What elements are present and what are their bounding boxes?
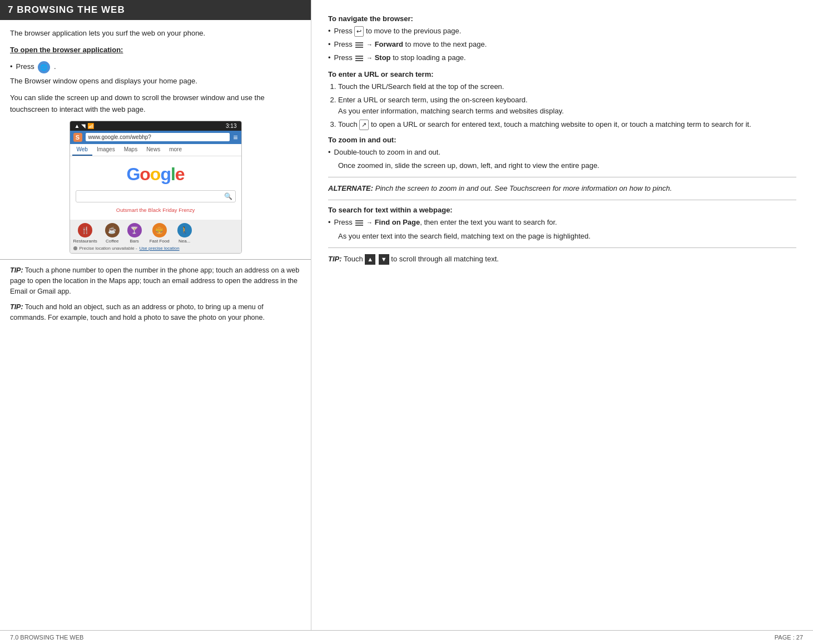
coffee-label: Coffee [106,239,118,244]
url-step-1: Touch the URL/Search field at the top of… [338,81,796,92]
map-icon-fastfood: 🍔 Fast Food [150,223,170,244]
map-icon-bars: 🍸 Bars [127,223,142,244]
use-location-link[interactable]: Use precise location [140,246,180,251]
zoom-indent: Once zoomed in, slide the screen up, dow… [338,160,796,171]
browser-app-icon: 🌐 [38,61,50,73]
phone-maps-icons: 🍴 Restaurants ☕ Coffee [73,223,238,244]
go-icon: ↗ [359,120,369,130]
map-icon-coffee: ☕ Coffee [105,223,120,244]
intro-text-2: The Browser window opens and displays yo… [10,76,301,87]
divider-2 [328,200,796,200]
search-s-icon: S [73,133,82,142]
menu-lines-icon-find [355,220,363,226]
back-arrow-icon: ↩ [354,26,364,37]
phone-menu-icon: ≡ [233,133,237,142]
phone-search-bar: 🔍 [76,190,236,202]
alternate-block: ALTERNATE: Pinch the screen to zoom in a… [328,183,796,194]
fastfood-icon: 🍔 [152,223,167,237]
zoom-bullet: • Double-touch to zoom in and out. [328,147,796,158]
menu-lines-icon-3 [355,56,363,61]
google-logo: Google [126,164,184,185]
phone-google-area: Google 🔍 Outsmart the Black Friday Frenz… [70,156,241,220]
phone-tab-more: more [165,144,186,156]
zoom-heading: To zoom in and out: [328,136,796,144]
intro-text-3: You can slide the screen up and down to … [10,92,301,115]
menu-lines-icon-2 [355,42,363,48]
phone-search-input[interactable] [79,193,224,199]
search-bullet: • Press → Find on Page, then enter the t… [328,217,796,228]
restaurants-label: Restaurants [73,239,97,244]
scroll-up-btn: ▲ [365,254,375,265]
url-steps-list: Touch the URL/Search field at the top of… [338,81,796,130]
phone-promo-text: Outsmart the Black Friday Frenzy [116,207,195,213]
phone-status-bar: ▲ ◥ 📶 3:13 [70,121,241,131]
tip-section-1: TIP: Touch a phone number to open the nu… [0,259,311,324]
intro-text-1: The browser application lets you surf th… [10,28,301,39]
divider-3 [328,247,796,248]
phone-screenshot-wrapper: ▲ ◥ 📶 3:13 S www.google.com/webhp? ≡ Web [10,121,301,254]
phone-tab-maps: Maps [120,144,142,156]
restaurants-icon: 🍴 [78,223,92,237]
chapter-title: 7 BROWSING THE WEB [8,4,125,15]
bars-label: Bars [130,239,138,244]
navigate-bullet-3: • Press → Stop to stop loading a page. [328,52,796,63]
navigate-heading: To navigate the browser: [328,14,796,23]
phone-location-bar: Precise location unavailable - Use preci… [73,246,238,251]
nearby-label: Nea... [179,239,190,244]
arrow-right-icon-2: → [366,41,373,48]
tip-text-1: TIP: Touch a phone number to open the nu… [10,265,301,298]
map-icon-restaurants: 🍴 Restaurants [73,223,97,244]
arrow-right-icon-3: → [366,55,373,61]
url-heading: To enter a URL or search term: [328,70,796,78]
navigate-bullet-1: • Press ↩ to move to the previous page. [328,26,796,37]
open-bullet: • Press 🌐 . [10,61,301,73]
url-step-2-indent: As you enter information, matching searc… [338,106,796,117]
footer-right: PAGE : 27 [775,634,803,641]
phone-nav-tabs: Web Images Maps News more [70,144,241,156]
nearby-icon: 🚶 [177,223,192,237]
phone-maps-row: 🍴 Restaurants ☕ Coffee [70,220,241,253]
scroll-down-btn: ▼ [379,254,389,265]
right-column: To navigate the browser: • Press ↩ to mo… [311,0,813,630]
open-heading: To open the browser application: [10,44,301,56]
chapter-header: 7 BROWSING THE WEB [0,0,311,20]
map-icon-nearby: 🚶 Nea... [177,223,192,244]
phone-time: 3:13 [226,123,236,129]
tip-right: TIP: Touch ▲ ▼ to scroll through all mat… [328,254,796,265]
fastfood-label: Fast Food [150,239,170,244]
footer-left: 7.0 BROWSING THE WEB [10,634,83,641]
phone-signal-icons: ▲ ◥ 📶 [75,123,94,129]
phone-tab-news: News [142,144,165,156]
phone-screenshot: ▲ ◥ 📶 3:13 S www.google.com/webhp? ≡ Web [70,121,242,254]
search-indent: As you enter text into the search field,… [338,231,796,242]
location-dot-icon [73,246,77,250]
bars-icon: 🍸 [127,223,142,237]
arrow-right-icon-find: → [366,219,373,226]
url-step-3: Touch ↗ to open a URL or search for ente… [338,119,796,130]
coffee-icon: ☕ [105,223,120,237]
search-heading: To search for text within a webpage: [328,206,796,214]
open-bullet-text: Press 🌐 . [16,61,56,73]
navigate-bullet-2: • Press → Forward to move to the next pa… [328,39,796,50]
url-step-2: Enter a URL or search term, using the on… [338,95,796,117]
left-column: 7 BROWSING THE WEB The browser applicati… [0,0,311,630]
phone-tab-web: Web [72,144,92,156]
phone-tab-images: Images [92,144,120,156]
location-unavailable-text: Precise location unavailable - [80,246,137,251]
phone-url-text: www.google.com/webhp? [86,133,230,141]
tip-text-2: TIP: Touch and hold an object, such as a… [10,302,301,324]
phone-url-bar: S www.google.com/webhp? ≡ [70,131,241,144]
search-icon: 🔍 [224,192,232,200]
page-footer: 7.0 BROWSING THE WEB PAGE : 27 [0,630,813,644]
divider-1 [328,177,796,177]
